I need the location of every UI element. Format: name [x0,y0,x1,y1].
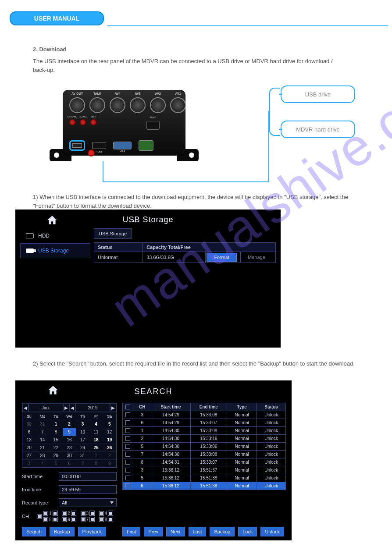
calendar-day[interactable]: 19 [103,436,116,444]
calendar-day[interactable]: 21 [36,444,50,451]
ch-box-5[interactable] [53,517,58,522]
row-checkbox[interactable] [125,468,130,472]
calendar-day[interactable]: 4 [36,459,50,467]
calendar-day[interactable]: 7 [36,428,50,436]
calendar-day[interactable]: 13 [22,436,36,444]
ch-checkbox-7[interactable] [81,517,86,522]
sidebar-item-usb-storage[interactable]: USB Storage [20,243,90,258]
calendar-day[interactable]: 31 [36,420,50,428]
next-button[interactable]: Next [166,527,185,536]
calendar-day[interactable]: 11 [89,428,103,436]
calendar-day[interactable]: 3 [22,459,36,467]
next-year-button[interactable]: ▶ [110,403,116,412]
row-checkbox[interactable] [125,412,130,417]
ch-checkbox-3[interactable] [81,511,86,516]
ch-box-2[interactable] [71,511,76,516]
calendar-day[interactable]: 1 [89,451,103,459]
ch-box-1[interactable] [53,511,58,516]
manage-button[interactable]: Manage [242,253,271,261]
calendar-day[interactable]: 14 [36,436,50,444]
calendar-day[interactable]: 5 [49,459,63,467]
calendar-day[interactable]: 3 [76,420,89,428]
backup-button[interactable]: Backup [50,527,75,536]
calendar-day[interactable]: 2 [103,451,116,459]
row-checkbox[interactable] [125,428,130,433]
row-checkbox[interactable] [125,483,130,488]
table-row[interactable]: 214:54:3015:33:16NormalUnlock [123,435,286,443]
table-row[interactable]: 615:38:1215:51:38NormalUnlock [123,482,286,490]
next-month-button[interactable]: ▶ [63,403,69,412]
calendar-day[interactable]: 17 [76,436,89,444]
col-check[interactable] [123,403,133,411]
row-checkbox[interactable] [125,420,130,425]
table-row[interactable]: 314:54:2915:33:08NormalUnlock [123,411,286,419]
calendar-day[interactable]: 2 [63,420,76,428]
calendar-day[interactable]: 27 [22,451,36,459]
calendar-day[interactable]: 25 [89,444,103,451]
calendar-day[interactable]: 4 [89,420,103,428]
calendar-day[interactable]: 29 [49,451,63,459]
calendar-day[interactable]: 31 [76,451,89,459]
calendar-day[interactable]: 9 [103,459,116,467]
search-button[interactable]: Search [22,527,46,536]
calendar[interactable]: ◀ Jan. ▶ ◀ 2019 ▶ SuMoTuWeThFrSa 3031123… [22,403,117,468]
playback-button[interactable]: Playback [78,527,107,536]
calendar-day[interactable]: 8 [49,428,63,436]
prev-month-button[interactable]: ◀ [22,403,29,412]
unlock-button[interactable]: Unlock [260,527,284,536]
end-time-input[interactable]: 23:59:59 [59,485,117,494]
ch-all-checkbox[interactable] [37,514,42,519]
calendar-day[interactable]: 30 [63,451,76,459]
calendar-day[interactable]: 1 [49,420,63,428]
table-row[interactable]: 514:54:3015:33:06NormalUnlock [123,443,286,451]
ch-box-4[interactable] [108,511,113,516]
calendar-day[interactable]: 9 [63,428,76,436]
calendar-day[interactable]: 16 [63,436,76,444]
backup-button[interactable]: Backup [210,527,235,536]
last-button[interactable]: Last [189,527,207,536]
calendar-day[interactable]: 12 [103,428,116,436]
format-button[interactable]: Format [207,253,237,262]
table-row[interactable]: 714:54:3015:33:08NormalUnlock [123,451,286,458]
row-checkbox[interactable] [125,460,130,465]
table-row[interactable]: 315:38:1215:51:37NormalUnlock [123,466,286,474]
ch-checkbox-8[interactable] [99,517,104,522]
calendar-day[interactable]: 26 [103,444,116,451]
prev-year-button[interactable]: ◀ [69,403,75,412]
calendar-day[interactable]: 24 [76,444,89,451]
calendar-day[interactable]: 7 [76,459,89,467]
calendar-day[interactable]: 6 [63,459,76,467]
calendar-day[interactable]: 10 [76,428,89,436]
table-row[interactable]: 114:54:3015:33:08NormalUnlock [123,427,286,435]
sidebar-item-hdd[interactable]: HDD [20,228,90,243]
calendar-day[interactable]: 15 [49,436,63,444]
ch-box-8[interactable] [108,517,113,522]
ch-checkbox-4[interactable] [99,511,104,516]
row-checkbox[interactable] [125,452,130,457]
prev-button[interactable]: Prev [144,527,163,536]
calendar-day[interactable]: 28 [36,451,50,459]
lock-button[interactable]: Lock [238,527,257,536]
ch-checkbox-5[interactable] [43,517,48,522]
row-checkbox[interactable] [125,436,130,441]
row-checkbox[interactable] [125,476,130,480]
ch-box-7[interactable] [89,517,95,522]
row-checkbox[interactable] [125,444,130,449]
calendar-day[interactable]: 20 [22,444,36,451]
ch-checkbox-2[interactable] [62,511,67,516]
calendar-day[interactable]: 23 [63,444,76,451]
table-row[interactable]: 614:54:2915:33:07NormalUnlock [123,419,286,427]
ch-box-3[interactable] [89,511,95,516]
tab-usb-storage[interactable]: USB Storage [94,228,132,239]
calendar-day[interactable]: 8 [89,459,103,467]
ch-checkbox-6[interactable] [62,517,67,522]
first-button[interactable]: First [122,527,140,536]
table-row[interactable]: 515:38:1215:51:38NormalUnlock [123,474,286,482]
start-time-input[interactable]: 00:00:00 [59,472,117,481]
ch-checkbox-1[interactable] [43,511,48,516]
record-type-select[interactable]: All [59,498,117,507]
calendar-day[interactable]: 22 [49,444,63,451]
calendar-day[interactable]: 30 [22,420,36,428]
table-row[interactable]: 814:54:3115:33:07NormalUnlock [123,458,286,466]
calendar-day[interactable]: 18 [89,436,103,444]
